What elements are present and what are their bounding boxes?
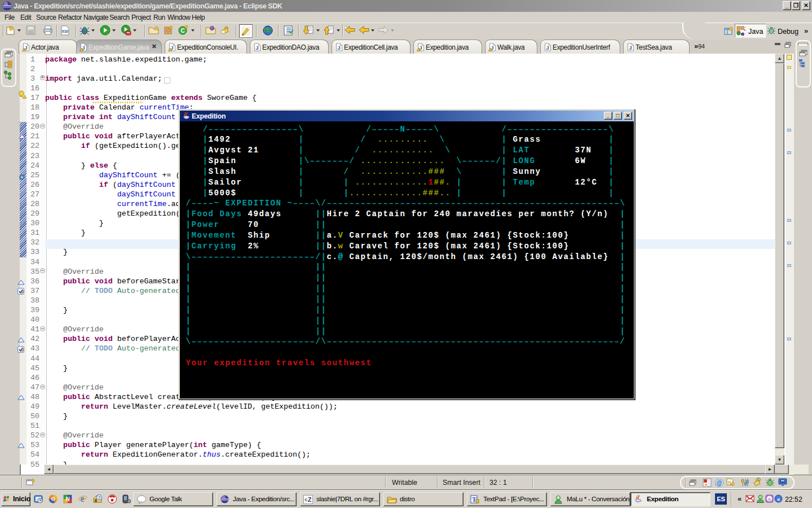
svg-text:J: J <box>629 45 632 51</box>
svg-text:010: 010 <box>62 29 68 33</box>
svg-text:e: e <box>80 494 84 503</box>
svg-text:a: a <box>777 496 780 502</box>
svg-text:C: C <box>180 28 184 34</box>
svg-text:?: ? <box>98 495 101 500</box>
svg-text:J: J <box>337 45 340 51</box>
svg-text:J: J <box>744 26 745 32</box>
svg-text:J: J <box>255 45 258 51</box>
svg-text:Z: Z <box>308 496 312 503</box>
svg-text:J: J <box>546 45 549 51</box>
svg-text:c: c <box>304 497 307 502</box>
svg-text:N: N <box>65 496 69 502</box>
svg-text:n: n <box>769 497 771 502</box>
